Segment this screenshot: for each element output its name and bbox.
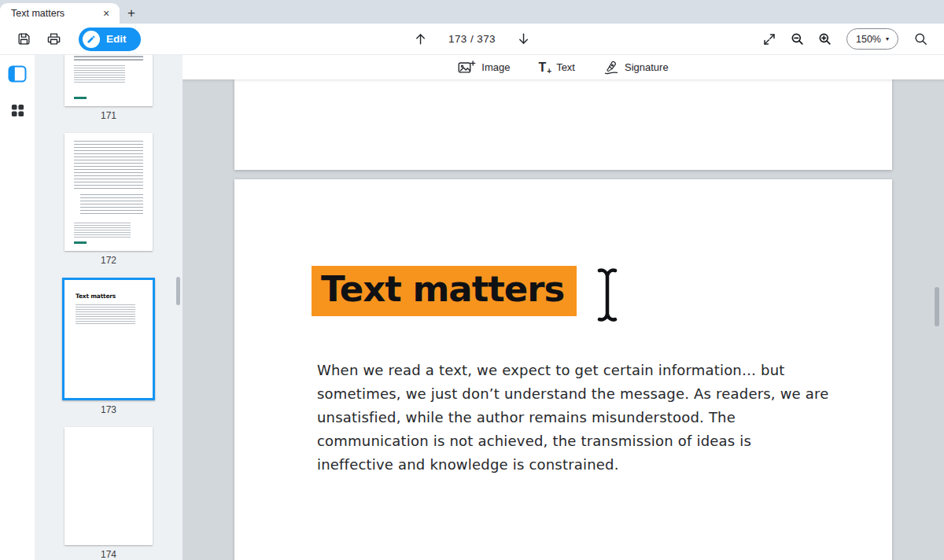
new-tab-button[interactable]: +	[120, 3, 143, 24]
thumbnail-text-preview	[76, 304, 135, 325]
zoom-level-dropdown[interactable]: 150% ▾	[846, 28, 898, 50]
thumbnail-logo-mark	[74, 97, 87, 99]
edit-button-label: Edit	[106, 33, 127, 45]
zoom-in-icon	[817, 31, 832, 46]
thumbnail-list: 171 172 Text matters	[35, 55, 183, 560]
document-tab[interactable]: Text matters ×	[0, 3, 120, 24]
insert-signature-label: Signature	[625, 61, 669, 73]
page-thumbnail-173[interactable]: Text matters	[62, 278, 155, 400]
pencil-icon	[83, 31, 100, 48]
thumbnail-scrollbar[interactable]	[176, 277, 180, 305]
zoom-level-value: 150%	[856, 34, 881, 45]
document-heading: Text matters	[312, 266, 577, 316]
previous-page-button[interactable]	[407, 27, 433, 52]
chevron-down-icon: ▾	[886, 36, 889, 42]
thumbnail-item-174: 174	[65, 427, 153, 560]
save-icon	[17, 31, 31, 46]
fullscreen-button[interactable]	[757, 27, 782, 52]
grid-view-button[interactable]	[6, 98, 29, 122]
thumbnail-footnote-preview	[74, 65, 125, 83]
edit-button[interactable]: Edit	[79, 28, 141, 51]
thumbnail-item-173: Text matters 173	[62, 278, 155, 416]
thumbnail-page-number: 171	[101, 110, 116, 122]
zoom-out-icon	[790, 31, 805, 46]
toolbar-right-group: 150% ▾	[757, 27, 944, 52]
document-paragraph[interactable]: When we read a text, we expect to get ce…	[317, 359, 832, 477]
fullscreen-icon	[762, 32, 776, 46]
main-toolbar: Edit 173 / 373	[0, 24, 944, 55]
page-thumbnail-174[interactable]	[65, 427, 153, 545]
search-icon	[913, 31, 928, 46]
thumbnail-text-preview	[80, 194, 143, 216]
thumbnail-text-preview	[74, 55, 143, 61]
document-canvas[interactable]: Text matters When we read a text, we exp…	[183, 79, 944, 560]
workspace: 171 172 Text matters	[0, 55, 944, 560]
pdf-editor-app: Text matters × +	[0, 0, 944, 560]
page-indicator: 173 / 373	[448, 33, 496, 45]
highlighted-title-text[interactable]: Text matters	[312, 266, 577, 316]
text-cursor-icon	[596, 267, 619, 322]
down-arrow-icon	[516, 31, 531, 46]
save-button[interactable]	[11, 27, 36, 52]
zoom-out-button[interactable]	[784, 27, 809, 52]
search-button[interactable]	[908, 27, 933, 52]
left-rail	[0, 55, 35, 560]
thumbnail-footnote-preview	[74, 223, 131, 238]
thumbnail-text-preview	[74, 141, 143, 190]
thumbnails-panel-toggle[interactable]	[6, 62, 29, 86]
insert-signature-button[interactable]: Signature	[599, 57, 673, 79]
insert-image-button[interactable]: Image	[453, 57, 514, 78]
document-title-row: Text matters	[234, 179, 892, 322]
zoom-in-button[interactable]	[812, 27, 837, 52]
insert-image-label: Image	[481, 61, 510, 73]
document-area: Image T+ Text Signature	[183, 55, 944, 560]
thumbnail-item-171: 171	[65, 55, 153, 122]
thumbnail-title-text: Text matters	[76, 293, 116, 300]
insert-text-button[interactable]: T+ Text	[534, 58, 580, 77]
side-panel-icon	[8, 65, 27, 83]
page-current: Text matters When we read a text, we exp…	[234, 179, 892, 560]
close-tab-icon[interactable]: ×	[99, 7, 113, 20]
thumbnail-panel: 171 172 Text matters	[35, 55, 183, 560]
print-icon	[46, 31, 61, 46]
toolbar-left-group: Edit	[0, 27, 141, 52]
tab-bar: Text matters × +	[0, 0, 944, 24]
signature-icon	[603, 60, 619, 76]
page-thumbnail-171[interactable]	[65, 55, 153, 106]
page-previous-bottom	[234, 79, 892, 170]
text-icon: T+	[539, 61, 551, 74]
thumbnail-item-172: 172	[65, 133, 153, 267]
page-thumbnail-172[interactable]	[65, 133, 153, 251]
thumbnail-page-number: 173	[101, 404, 116, 416]
document-scrollbar[interactable]	[935, 287, 939, 326]
thumbnail-logo-mark	[74, 241, 87, 244]
grid-icon	[10, 103, 25, 118]
image-icon	[458, 60, 476, 75]
up-arrow-icon	[413, 31, 428, 46]
next-page-button[interactable]	[511, 27, 537, 52]
thumbnail-page-number: 174	[101, 549, 116, 560]
insert-text-label: Text	[556, 61, 575, 73]
thumbnail-page-number: 172	[101, 255, 116, 267]
page-navigation: 173 / 373	[407, 24, 537, 54]
tab-title: Text matters	[11, 8, 99, 19]
edit-tools-toolbar: Image T+ Text Signature	[183, 55, 944, 79]
print-button[interactable]	[41, 27, 66, 52]
